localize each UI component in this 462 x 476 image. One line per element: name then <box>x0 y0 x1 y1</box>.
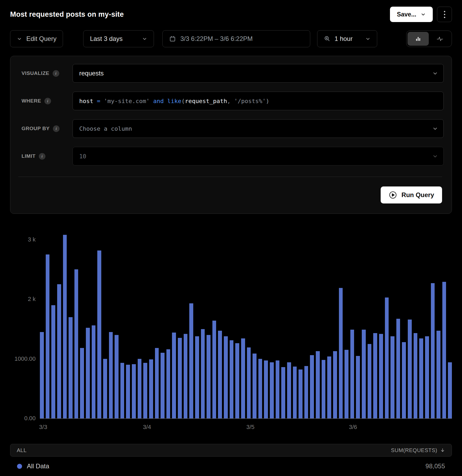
chart-bar[interactable] <box>69 317 73 418</box>
chart-bar[interactable] <box>442 282 446 418</box>
chart-bar[interactable] <box>86 328 90 418</box>
chart-bar[interactable] <box>109 332 113 418</box>
chart-bar[interactable] <box>224 336 228 418</box>
chart-bar[interactable] <box>120 363 124 418</box>
group-by-input[interactable]: Choose a column <box>73 119 444 138</box>
visualize-input[interactable]: requests <box>73 64 444 83</box>
chart-bar[interactable] <box>258 359 262 418</box>
panel-divider <box>18 177 442 177</box>
chart-bar[interactable] <box>46 254 50 418</box>
chart-bar[interactable] <box>172 333 176 418</box>
chart-bar[interactable] <box>339 288 343 418</box>
chart-bar[interactable] <box>390 336 394 418</box>
x-axis-tick: 3/6 <box>349 424 357 431</box>
chart-bar[interactable] <box>414 333 418 418</box>
chart-bar[interactable] <box>207 335 211 418</box>
chart-bar[interactable] <box>115 335 119 418</box>
chevron-down-icon <box>421 12 426 17</box>
chart-bar[interactable] <box>385 298 389 418</box>
info-icon[interactable]: i <box>44 98 51 104</box>
chart-bar[interactable] <box>356 356 360 418</box>
chart-bar[interactable] <box>310 355 314 418</box>
requests-bar-chart: 0.001000.002 k3 k 3/33/43/53/6 <box>10 230 452 433</box>
chart-bar[interactable] <box>92 325 96 418</box>
chart-bar[interactable] <box>299 369 303 418</box>
limit-row: LIMIT i 10 <box>17 147 444 165</box>
chart-bar[interactable] <box>322 360 326 418</box>
chart-plot-area[interactable]: 0.001000.002 k3 k <box>40 230 452 418</box>
chart-bar[interactable] <box>253 354 257 418</box>
chart-bar[interactable] <box>80 348 84 418</box>
chart-bar[interactable] <box>201 329 205 418</box>
chart-bar[interactable] <box>264 360 268 418</box>
chart-bar[interactable] <box>189 303 193 418</box>
chart-bar[interactable] <box>40 332 44 418</box>
chart-bar[interactable] <box>270 362 274 418</box>
chart-bar[interactable] <box>287 362 291 418</box>
line-chart-toggle[interactable] <box>429 32 451 46</box>
chart-bar[interactable] <box>178 338 182 418</box>
chart-bar[interactable] <box>373 333 377 418</box>
chart-bar[interactable] <box>212 321 216 418</box>
date-range-button[interactable]: 3/3 6:22PM – 3/6 6:22PM <box>162 30 310 47</box>
run-query-button[interactable]: Run Query <box>381 186 442 203</box>
save-button[interactable]: Save... <box>390 7 433 22</box>
chart-bar[interactable] <box>166 349 170 418</box>
chart-bar[interactable] <box>276 360 280 418</box>
chart-bar[interactable] <box>97 250 101 418</box>
bar-chart-icon <box>415 35 422 42</box>
series-row-all-data[interactable]: All Data 98,055 <box>10 461 452 470</box>
time-range-preset-dropdown[interactable]: Last 3 days <box>83 30 154 47</box>
chart-bar[interactable] <box>281 367 285 418</box>
edit-query-button[interactable]: Edit Query <box>10 30 63 47</box>
limit-input[interactable]: 10 <box>73 147 444 165</box>
chart-bar[interactable] <box>241 338 245 418</box>
bar-chart-toggle[interactable] <box>408 32 429 46</box>
chart-bar[interactable] <box>345 350 348 418</box>
where-input[interactable]: host = 'my-site.com' and like(request_pa… <box>73 92 444 110</box>
chart-bar[interactable] <box>327 356 331 418</box>
chart-bar[interactable] <box>51 305 55 418</box>
more-options-button[interactable] <box>437 7 452 22</box>
chart-bar[interactable] <box>63 235 67 418</box>
chart-bar[interactable] <box>218 331 222 418</box>
chart-bar[interactable] <box>195 336 199 418</box>
chart-bar[interactable] <box>235 343 239 418</box>
chart-bar[interactable] <box>408 320 412 418</box>
chart-bar[interactable] <box>155 348 159 418</box>
chart-bar[interactable] <box>436 331 440 418</box>
chart-bar[interactable] <box>350 330 354 418</box>
chart-bar[interactable] <box>132 364 136 418</box>
chart-bar[interactable] <box>161 353 165 418</box>
chart-bar[interactable] <box>138 359 142 418</box>
date-range-value: 3/3 6:22PM – 3/6 6:22PM <box>180 35 253 42</box>
chart-bar[interactable] <box>402 342 406 418</box>
info-icon[interactable]: i <box>39 153 45 160</box>
chart-bar[interactable] <box>396 319 400 418</box>
chart-bar[interactable] <box>293 367 297 418</box>
chart-bar[interactable] <box>143 363 147 418</box>
chart-bar[interactable] <box>333 351 337 418</box>
info-icon[interactable]: i <box>53 70 59 77</box>
chart-bar[interactable] <box>379 334 383 418</box>
chart-bar[interactable] <box>362 330 366 418</box>
interval-dropdown[interactable]: 1 hour <box>317 30 377 47</box>
chart-bar[interactable] <box>57 284 61 418</box>
chart-bar[interactable] <box>419 338 423 418</box>
chart-bar[interactable] <box>126 365 130 418</box>
chart-bar[interactable] <box>184 334 188 418</box>
chart-bar[interactable] <box>425 336 429 418</box>
chart-bar[interactable] <box>448 362 452 418</box>
chart-bar[interactable] <box>149 359 153 418</box>
chart-bar[interactable] <box>74 269 78 418</box>
chart-bar[interactable] <box>247 347 251 418</box>
chart-bar[interactable] <box>431 283 435 418</box>
where-expression: host = 'my-site.com' and like(request_pa… <box>79 98 269 104</box>
info-icon[interactable]: i <box>53 125 60 132</box>
sum-requests-sort-header[interactable]: SUM(REQUESTS) <box>391 447 445 453</box>
chart-bar[interactable] <box>316 351 320 418</box>
chart-bar[interactable] <box>304 366 308 418</box>
chart-bar[interactable] <box>103 359 107 418</box>
chart-bar[interactable] <box>230 340 234 418</box>
chart-bar[interactable] <box>368 344 372 418</box>
